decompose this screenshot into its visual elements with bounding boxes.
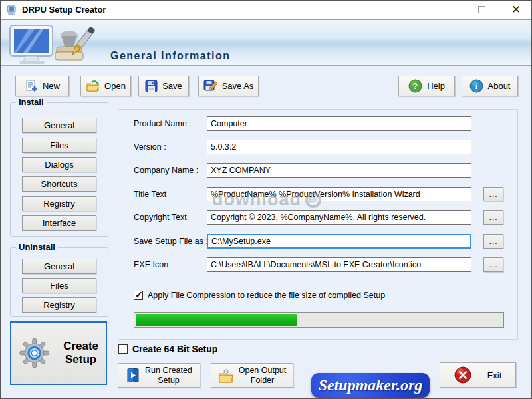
- exe-icon-browse-button[interactable]: ...: [483, 257, 503, 272]
- compression-checkbox-label: Apply File Compression to reduce the fil…: [148, 291, 385, 300]
- create-setup-label: Create Setup: [56, 340, 106, 366]
- version-label: Version :: [134, 142, 166, 152]
- compression-checkbox-row: Apply File Compression to reduce the fil…: [134, 291, 385, 300]
- sidebar-item-install-interface[interactable]: Interface: [22, 215, 96, 231]
- create-64bit-checkbox[interactable]: [118, 344, 128, 354]
- about-button-label: About: [488, 81, 511, 91]
- about-info-icon: i: [469, 79, 483, 93]
- page-title: General Information: [110, 50, 231, 62]
- open-output-folder-label: Open Output Folder: [239, 366, 287, 386]
- title-text-input[interactable]: [207, 187, 471, 201]
- exit-button-label: Exit: [487, 370, 502, 380]
- title-text-label: Title Text: [134, 190, 166, 199]
- product-name-label: Product Name :: [134, 119, 192, 128]
- title-text-browse-button[interactable]: ...: [483, 187, 503, 201]
- version-input[interactable]: [207, 140, 471, 154]
- banner-computer-stamp-pen-icon: [6, 21, 106, 66]
- company-name-input[interactable]: [207, 163, 471, 178]
- maximize-icon: [478, 6, 485, 13]
- titlebar: DRPU Setup Creator – ✕: [1, 1, 531, 19]
- setupmaker-badge: Setupmaker.org: [311, 373, 430, 398]
- help-question-icon: ?: [408, 79, 422, 93]
- sidebar-item-install-shortcuts[interactable]: Shortcuts: [22, 176, 96, 192]
- save-as-floppy-pencil-icon: [203, 80, 217, 93]
- exit-red-x-icon: [454, 366, 471, 384]
- copyright-text-browse-button[interactable]: ...: [483, 210, 503, 225]
- header-banner: General Information: [1, 20, 531, 66]
- svg-text:i: i: [475, 81, 477, 91]
- save-setup-file-label: Save Setup File as :: [134, 237, 208, 246]
- window-title: DRPU Setup Creator: [22, 5, 106, 15]
- new-document-icon: [25, 80, 38, 93]
- install-group-title: Install: [16, 97, 47, 107]
- compile-progress-bar: [134, 312, 504, 328]
- sidebar-item-uninstall-registry[interactable]: Registry: [22, 297, 96, 313]
- sidebar-item-uninstall-files[interactable]: Files: [22, 278, 96, 293]
- open-output-folder-button[interactable]: ⚙ Open Output Folder: [211, 363, 293, 388]
- minimize-button[interactable]: –: [438, 3, 456, 17]
- save-as-button-label: Save As: [222, 81, 254, 91]
- app-icon: [6, 5, 17, 15]
- svg-text:?: ?: [413, 82, 418, 91]
- new-button[interactable]: New: [15, 76, 69, 96]
- new-button-label: New: [43, 81, 60, 91]
- save-floppy-icon: [145, 80, 158, 92]
- sidebar-item-install-files[interactable]: Files: [22, 138, 96, 153]
- sidebar-item-install-general[interactable]: General: [22, 118, 96, 133]
- sidebar-item-install-registry[interactable]: Registry: [22, 196, 96, 211]
- run-created-setup-button[interactable]: Run Created Setup: [118, 363, 200, 388]
- company-name-label: Company Name :: [134, 166, 198, 175]
- copyright-text-input[interactable]: [207, 210, 471, 225]
- help-button-label: Help: [427, 81, 445, 91]
- close-button[interactable]: ✕: [507, 3, 525, 17]
- setupmaker-badge-text: Setupmaker.org: [319, 376, 423, 394]
- product-name-input[interactable]: [207, 116, 471, 131]
- exit-button[interactable]: Exit: [440, 362, 516, 388]
- progress-fill: [136, 314, 297, 326]
- open-folder-icon: [86, 80, 100, 93]
- save-setup-file-browse-button[interactable]: ...: [483, 234, 503, 249]
- save-button-label: Save: [162, 81, 182, 91]
- copyright-text-label: Copyright Text: [134, 213, 187, 222]
- help-button[interactable]: ? Help: [398, 76, 455, 96]
- sidebar-item-uninstall-general[interactable]: General: [22, 259, 96, 274]
- run-play-icon: [126, 368, 140, 384]
- uninstall-group-title: Uninstall: [16, 242, 58, 252]
- create-64bit-label: Create 64 Bit Setup: [132, 344, 217, 354]
- create-setup-button[interactable]: Create Setup: [10, 321, 107, 385]
- gear-icon: [19, 338, 49, 368]
- maximize-button[interactable]: [473, 3, 490, 17]
- create-64bit-row: Create 64 Bit Setup: [118, 344, 217, 354]
- compression-checkbox[interactable]: [134, 291, 143, 300]
- output-folder-gear-icon: ⚙: [218, 368, 234, 384]
- open-button[interactable]: Open: [80, 76, 131, 96]
- about-button[interactable]: i About: [462, 76, 518, 96]
- sidebar-item-install-dialogs[interactable]: Dialogs: [22, 157, 96, 172]
- save-button[interactable]: Save: [138, 76, 189, 96]
- exe-icon-input[interactable]: [207, 257, 471, 272]
- exe-icon-label: EXE Icon :: [134, 260, 173, 269]
- save-setup-file-input[interactable]: [207, 234, 471, 249]
- open-button-label: Open: [104, 81, 126, 91]
- app-window: DRPU Setup Creator – ✕ G: [0, 0, 532, 399]
- save-as-button[interactable]: Save As: [198, 76, 259, 96]
- run-created-setup-label: Run Created Setup: [145, 366, 193, 386]
